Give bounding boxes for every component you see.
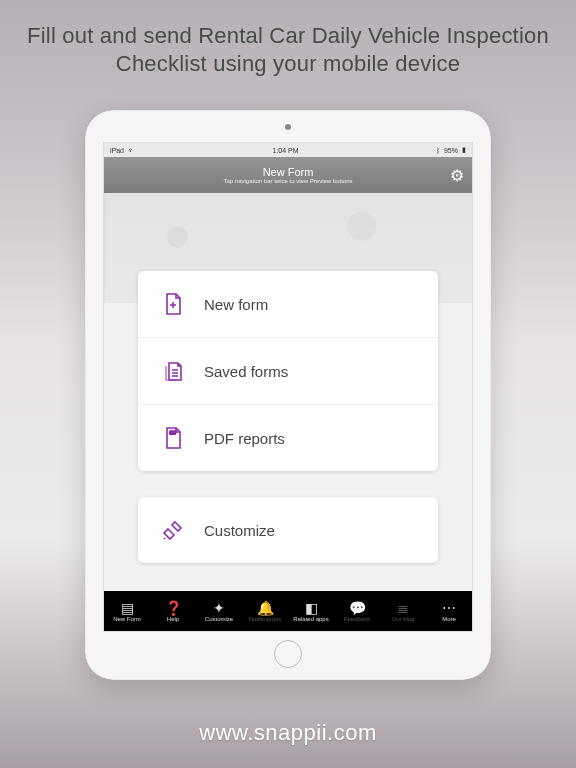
pdf-reports-icon: PDF: [160, 425, 186, 451]
nav-bar[interactable]: New Form Tap navigation bar twice to vie…: [104, 157, 472, 193]
form-icon: ▤: [121, 601, 134, 615]
tab-related-apps[interactable]: ◧ Related apps: [288, 601, 334, 622]
promo-headline: Fill out and send Rental Car Daily Vehic…: [0, 0, 576, 78]
tools-icon: ✦: [213, 601, 225, 615]
tab-customize[interactable]: ✦ Customize: [196, 601, 242, 622]
menu-label: Customize: [204, 522, 275, 539]
device-screen: iPad ᯤ 1:04 PM ᛒ 95% ▮ New Form Tap navi…: [103, 142, 473, 632]
menu-item-new-form[interactable]: New form: [138, 271, 438, 338]
svg-text:PDF: PDF: [170, 431, 176, 435]
tab-label: Customize: [205, 616, 233, 622]
customize-icon: [160, 517, 186, 543]
bluetooth-icon: ᛒ: [436, 147, 440, 154]
chat-icon: 💬: [349, 601, 366, 615]
new-form-icon: [160, 291, 186, 317]
tab-new-form[interactable]: ▤ New Form: [104, 601, 150, 622]
tab-more[interactable]: ⋯ More: [426, 601, 472, 622]
menu-label: PDF reports: [204, 430, 285, 447]
clock-label: 1:04 PM: [272, 147, 298, 154]
tab-our-blog[interactable]: ≣ Our blog: [380, 601, 426, 622]
gear-icon: ⚙: [450, 167, 464, 184]
main-menu-card: New form Saved forms PDF: [138, 271, 438, 471]
wifi-icon: ᯤ: [128, 147, 135, 154]
tab-label: Help: [167, 616, 179, 622]
tab-label: Notifications: [249, 616, 282, 622]
menu-label: New form: [204, 296, 268, 313]
bell-icon: 🔔: [257, 601, 274, 615]
tab-label: More: [442, 616, 456, 622]
settings-button[interactable]: ⚙: [450, 166, 464, 185]
secondary-menu-card: Customize: [138, 497, 438, 563]
device-camera: [285, 124, 291, 130]
menu-item-saved-forms[interactable]: Saved forms: [138, 338, 438, 405]
carrier-label: iPad: [110, 147, 124, 154]
tab-label: Our blog: [391, 616, 414, 622]
ipad-device: iPad ᯤ 1:04 PM ᛒ 95% ▮ New Form Tap navi…: [85, 110, 491, 680]
nav-subtitle: Tap navigation bar twice to view Preview…: [223, 178, 352, 185]
nav-title-text: New Form: [263, 166, 314, 178]
tab-label: New Form: [113, 616, 141, 622]
tab-notifications[interactable]: 🔔 Notifications: [242, 601, 288, 622]
menu-label: Saved forms: [204, 363, 288, 380]
home-button[interactable]: [274, 640, 302, 668]
nav-title: New Form Tap navigation bar twice to vie…: [223, 166, 352, 185]
rss-icon: ≣: [397, 601, 409, 615]
tab-help[interactable]: ❓ Help: [150, 601, 196, 622]
tab-label: Feedback: [344, 616, 370, 622]
menu-item-pdf-reports[interactable]: PDF PDF reports: [138, 405, 438, 471]
apps-icon: ◧: [305, 601, 318, 615]
footer-url: www.snappii.com: [0, 720, 576, 746]
help-icon: ❓: [165, 601, 182, 615]
menu-item-customize[interactable]: Customize: [138, 497, 438, 563]
battery-icon: ▮: [462, 146, 466, 154]
battery-label: 95%: [444, 147, 458, 154]
tab-label: Related apps: [293, 616, 328, 622]
saved-forms-icon: [160, 358, 186, 384]
more-icon: ⋯: [442, 601, 456, 615]
status-bar: iPad ᯤ 1:04 PM ᛒ 95% ▮: [104, 143, 472, 157]
tab-bar: ▤ New Form ❓ Help ✦ Customize 🔔 Notifica…: [104, 591, 472, 631]
tab-feedback[interactable]: 💬 Feedback: [334, 601, 380, 622]
